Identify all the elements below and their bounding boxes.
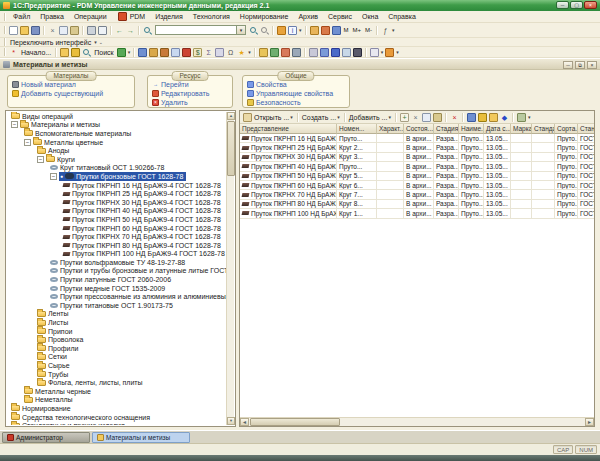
close-button[interactable]: ×: [584, 1, 597, 9]
table-row[interactable]: Пруток ПКРНП 40 НД БрАЖ9-4 ГОСТ 16...Пру…: [240, 162, 594, 171]
chart-icon[interactable]: [270, 48, 279, 57]
filter-icon[interactable]: [517, 113, 526, 122]
tree-item[interactable]: Круг титановый ОСТ 1.90266-78: [7, 164, 226, 173]
menu-item-нормирование[interactable]: Нормирование: [235, 13, 294, 20]
sheet-icon[interactable]: [215, 48, 224, 57]
table-row[interactable]: Пруток ПКРНП 80 НД БрАЖ9-4 ГОСТ 16...Кру…: [240, 200, 594, 209]
paste-icon[interactable]: [70, 26, 79, 35]
home-icon[interactable]: *: [9, 48, 18, 57]
tree-collapse-icon[interactable]: −: [50, 173, 57, 180]
window-icon[interactable]: [342, 48, 351, 57]
table-row[interactable]: Пруток ПКРНП 25 НД БрАЖ9-4 ГОСТ 16...Кру…: [240, 143, 594, 152]
tree-item[interactable]: Пруток ПКРНП 60 НД БрАЖ9-4 ГОСТ 1628-78: [7, 224, 226, 233]
find-icon[interactable]: [143, 26, 152, 35]
grid-button-создать[interactable]: Создать ...▾: [302, 114, 341, 121]
calc-button-М[interactable]: М: [342, 27, 351, 33]
tree-item[interactable]: Пруток ПКРНП 40 НД БрАЖ9-4 ГОСТ 1628-78: [7, 207, 226, 216]
export-icon[interactable]: [385, 48, 394, 57]
tree-item[interactable]: Средства технологического оснащения: [7, 413, 226, 422]
newcopy-icon[interactable]: +: [400, 113, 409, 122]
tree-item[interactable]: −Материалы и метизы: [7, 121, 226, 130]
refresh-icon[interactable]: [277, 26, 286, 35]
chevron-down-icon[interactable]: ▾: [248, 49, 251, 55]
menu-item-операции[interactable]: Операции: [69, 13, 112, 20]
tree-item[interactable]: Пруток ПКРНХ 30 НД БрАЖ9-4 ГОСТ 1628-78: [7, 198, 226, 207]
column-header[interactable]: Номен...: [337, 124, 377, 134]
clip-icon[interactable]: [309, 48, 318, 57]
command-link-add-existing[interactable]: Добавить существующий: [12, 89, 130, 98]
delete-icon[interactable]: ×: [450, 113, 459, 122]
usergold-icon[interactable]: [149, 48, 158, 57]
menu-item-архив[interactable]: Архив: [293, 13, 323, 20]
tree-collapse-icon[interactable]: −: [11, 121, 18, 128]
command-link-security-link[interactable]: Безопасность: [247, 98, 345, 107]
sum-icon[interactable]: Σ: [204, 48, 213, 57]
tree-item[interactable]: Пруток ПКРНП 50 НД БрАЖ9-4 ГОСТ 1628-78: [7, 215, 226, 224]
preview-icon[interactable]: [98, 26, 107, 35]
column-header[interactable]: Характ...: [377, 124, 404, 134]
menu-item-технология[interactable]: Технология: [188, 13, 235, 20]
menu-item-правка[interactable]: Правка: [35, 13, 69, 20]
quick-search-input[interactable]: [155, 25, 237, 35]
menu-item-окна[interactable]: Окна: [357, 13, 383, 20]
copy-icon[interactable]: [422, 113, 431, 122]
taskbar-tab-user[interactable]: Администратор: [2, 432, 90, 443]
key-icon[interactable]: [478, 113, 487, 122]
paste-icon[interactable]: [433, 113, 442, 122]
tree-item[interactable]: −●Прутки бронзовые ГОСТ 1628-78: [7, 172, 226, 181]
scroll-left-icon[interactable]: ◄: [240, 418, 249, 426]
taskbar-tab-active[interactable]: Материалы и метизы: [92, 432, 190, 443]
chevron-down-icon[interactable]: ▾: [299, 27, 302, 33]
table-row[interactable]: Пруток ПКРНП 50 НД БрАЖ9-4 ГОСТ 16...Кру…: [240, 172, 594, 181]
tree-item[interactable]: Пруток ПКРНП 100 НД БрАЖ9-4 ГОСТ 1628-78: [7, 250, 226, 259]
scroll-thumb[interactable]: [250, 418, 340, 426]
chevron-down-icon[interactable]: ▾: [388, 114, 391, 120]
menu-item-сервис[interactable]: Сервис: [323, 13, 357, 20]
tree-item[interactable]: Прутки и трубы бронзовые и латунные литы…: [7, 267, 226, 276]
find-icon[interactable]: [82, 48, 91, 57]
findnext-icon[interactable]: [249, 26, 258, 35]
tree-collapse-icon[interactable]: −: [37, 156, 44, 163]
tree-collapse-icon[interactable]: −: [24, 139, 31, 146]
tree-item[interactable]: Прутки латунные ГОСТ 2060-2006: [7, 275, 226, 284]
tree-item[interactable]: Нормирование: [7, 404, 226, 413]
tree-item[interactable]: Аноды: [7, 146, 226, 155]
tree-item[interactable]: Прутки прессованные из алюминия и алюмин…: [7, 292, 226, 301]
scroll-thumb[interactable]: [227, 121, 235, 176]
cut-icon[interactable]: ×: [48, 26, 57, 35]
omega-icon[interactable]: Ω: [226, 48, 235, 57]
table-row[interactable]: Пруток ПКРНП 60 НД БрАЖ9-4 ГОСТ 16...Кру…: [240, 181, 594, 190]
column-header[interactable]: Станда: [578, 124, 594, 134]
tree-item[interactable]: Фольга, ленты, листы, плиты: [7, 378, 226, 387]
menu-item-файл[interactable]: Файл: [8, 13, 35, 20]
tree-item[interactable]: Пруток ПКРНП 25 НД БрАЖ9-4 ГОСТ 1628-78: [7, 189, 226, 198]
search-button[interactable]: Поиск: [94, 49, 113, 56]
findprev-icon[interactable]: [260, 26, 269, 35]
scroll-right-icon[interactable]: ►: [585, 418, 594, 426]
calendar-icon[interactable]: [370, 48, 379, 57]
command-link-goto[interactable]: →Перейти: [152, 80, 228, 89]
switch-interface-button[interactable]: Переключить интерфейс: [10, 39, 91, 46]
chevron-down-icon[interactable]: ▾: [396, 49, 399, 55]
panel-restore-button[interactable]: ⧉: [575, 61, 585, 69]
grid-button-добавить[interactable]: Добавить ...▾: [349, 114, 392, 121]
menu-item-справка[interactable]: Справка: [383, 13, 420, 20]
scroll-up-icon[interactable]: ▲: [227, 112, 235, 120]
editdoc-icon[interactable]: [160, 48, 169, 57]
chevron-down-icon[interactable]: ▾: [128, 49, 131, 55]
form-icon[interactable]: [243, 113, 252, 122]
tree-item[interactable]: Неметаллы: [7, 396, 226, 405]
column-header[interactable]: Наиме...: [459, 124, 484, 134]
tree-item[interactable]: Прутки медные ГОСТ 1535-2009: [7, 284, 226, 293]
star-icon[interactable]: ★: [237, 48, 246, 57]
column-header[interactable]: Дата с...: [484, 124, 511, 134]
column-header[interactable]: Станда...: [532, 124, 555, 134]
scroll-down-icon[interactable]: ▼: [227, 417, 235, 425]
tree-item[interactable]: Металлы черные: [7, 387, 226, 396]
command-link-edit-link[interactable]: Редактировать: [152, 89, 228, 98]
grid-button-открыть[interactable]: Открыть ...▾: [254, 114, 294, 121]
tree-item[interactable]: Прутки вольфрамовые ТУ 48-19-27-88: [7, 258, 226, 267]
column-header[interactable]: Сорта...: [555, 124, 578, 134]
table-row[interactable]: Пруток ПКРНП 100 НД БрАЖ9-4 ГОСТ 1...Кру…: [240, 209, 594, 218]
save-icon[interactable]: [31, 26, 40, 35]
